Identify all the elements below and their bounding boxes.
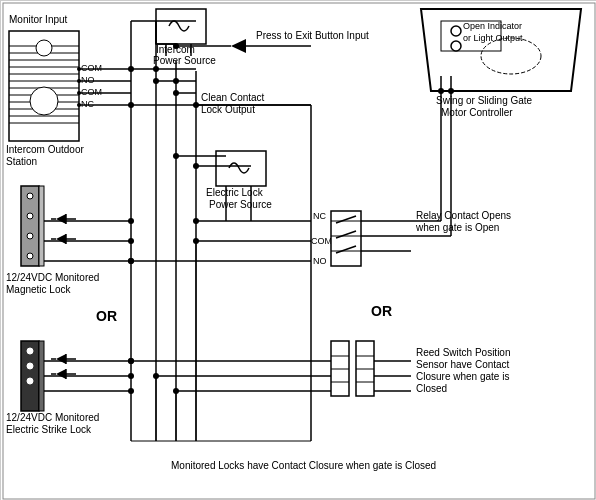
svg-point-67 xyxy=(193,163,199,169)
svg-text:COM: COM xyxy=(311,236,332,246)
svg-point-95 xyxy=(27,378,33,384)
svg-point-27 xyxy=(77,79,81,83)
svg-text:NO: NO xyxy=(81,75,95,85)
svg-point-114 xyxy=(193,218,199,224)
svg-point-15 xyxy=(30,87,58,115)
svg-text:Electric Strike Lock: Electric Strike Lock xyxy=(6,424,92,435)
svg-text:12/24VDC Monitored: 12/24VDC Monitored xyxy=(6,412,99,423)
svg-text:NC: NC xyxy=(81,99,94,109)
svg-point-71 xyxy=(27,213,33,219)
svg-text:COM: COM xyxy=(81,63,102,73)
svg-point-180 xyxy=(128,258,134,264)
svg-point-28 xyxy=(77,91,81,95)
svg-point-158 xyxy=(451,26,461,36)
svg-text:12/24VDC Monitored: 12/24VDC Monitored xyxy=(6,272,99,283)
svg-rect-69 xyxy=(39,186,44,266)
svg-text:Sensor have Contact: Sensor have Contact xyxy=(416,359,510,370)
svg-text:OR: OR xyxy=(96,308,117,324)
svg-point-77 xyxy=(128,218,134,224)
svg-point-26 xyxy=(77,67,81,71)
wiring-diagram: Monitor Input COM NO COM NC Intercom Out… xyxy=(0,0,596,500)
svg-text:Closure when gate is: Closure when gate is xyxy=(416,371,509,382)
svg-rect-92 xyxy=(39,341,44,411)
svg-text:Monitor Input: Monitor Input xyxy=(9,14,68,25)
svg-point-181 xyxy=(128,358,134,364)
svg-point-48 xyxy=(173,43,179,49)
svg-point-55 xyxy=(128,66,134,72)
svg-point-72 xyxy=(27,233,33,239)
svg-point-56 xyxy=(153,78,159,84)
svg-point-29 xyxy=(77,103,81,107)
svg-text:Monitored Locks have Contact C: Monitored Locks have Contact Closure whe… xyxy=(171,460,436,471)
svg-text:NO: NO xyxy=(313,256,327,266)
svg-point-16 xyxy=(36,40,52,56)
svg-text:Magnetic Lock: Magnetic Lock xyxy=(6,284,71,295)
svg-text:Motor Controller: Motor Controller xyxy=(441,107,513,118)
svg-point-182 xyxy=(153,66,159,72)
svg-text:NC: NC xyxy=(313,211,326,221)
svg-text:Closed: Closed xyxy=(416,383,447,394)
svg-text:Clean Contact: Clean Contact xyxy=(201,92,265,103)
svg-point-57 xyxy=(173,90,179,96)
svg-point-183 xyxy=(173,78,179,84)
svg-text:or Light Output: or Light Output xyxy=(463,33,523,43)
svg-text:Electric Lock: Electric Lock xyxy=(206,187,264,198)
svg-point-100 xyxy=(128,373,134,379)
svg-text:when gate is Open: when gate is Open xyxy=(415,222,499,233)
svg-text:Relay Contact Opens: Relay Contact Opens xyxy=(416,210,511,221)
svg-point-78 xyxy=(128,238,134,244)
svg-point-94 xyxy=(27,363,33,369)
svg-text:Power Source: Power Source xyxy=(153,55,216,66)
svg-point-93 xyxy=(27,348,33,354)
svg-text:COM: COM xyxy=(81,87,102,97)
svg-text:Station: Station xyxy=(6,156,37,167)
svg-text:Power Source: Power Source xyxy=(209,199,272,210)
svg-point-73 xyxy=(27,253,33,259)
svg-text:Press to Exit Button Input: Press to Exit Button Input xyxy=(256,30,369,41)
svg-text:Intercom Outdoor: Intercom Outdoor xyxy=(6,144,84,155)
svg-text:Open Indicator: Open Indicator xyxy=(463,21,522,31)
svg-point-159 xyxy=(451,41,461,51)
svg-point-70 xyxy=(27,193,33,199)
svg-point-179 xyxy=(128,102,134,108)
svg-rect-32 xyxy=(156,9,206,44)
svg-text:OR: OR xyxy=(371,303,392,319)
svg-point-65 xyxy=(173,153,179,159)
svg-point-101 xyxy=(128,388,134,394)
svg-text:Reed Switch Position: Reed Switch Position xyxy=(416,347,511,358)
